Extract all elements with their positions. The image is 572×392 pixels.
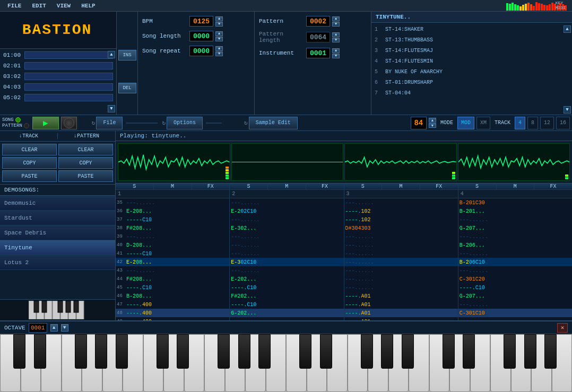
ch4-row-44[interactable]: C-301C20 — [458, 275, 572, 283]
pattern-display[interactable]: 0002 — [306, 16, 330, 27]
piano-black-key-14[interactable] — [402, 334, 414, 369]
position-scroll-up[interactable]: ▲ — [108, 51, 115, 58]
ch4-row-36[interactable]: B-201... — [458, 207, 572, 215]
ch4-fx-button[interactable]: FX — [534, 184, 572, 189]
ch1-row-39[interactable]: 39 ---...... — [116, 232, 229, 241]
track-4-button[interactable]: 4 — [515, 117, 525, 129]
song-list-item-6[interactable]: 6 ST-01:DRUMSHARP — [372, 77, 571, 88]
song-list-item-4[interactable]: 4 ST-14:FLUTESMIN — [372, 56, 571, 66]
ch3-row-42[interactable]: ---...... — [344, 258, 458, 266]
ch3-row-40[interactable]: ---...... — [344, 241, 458, 249]
piano-black-key-18[interactable] — [524, 334, 536, 369]
ch1-m-button[interactable]: M — [154, 184, 192, 189]
piano-black-key-19[interactable] — [544, 334, 557, 369]
file-button[interactable]: File — [96, 117, 123, 129]
ch2-row-37[interactable]: ---...... — [230, 215, 343, 224]
ch4-m-button[interactable]: M — [497, 184, 535, 189]
instrument-display[interactable]: 0001 — [306, 48, 330, 58]
menu-view[interactable]: VIEW — [51, 2, 76, 10]
song-repeat-up[interactable]: ▲ — [215, 46, 223, 51]
piano-black-key-9[interactable] — [258, 334, 271, 369]
track-16-button[interactable]: 16 — [556, 117, 570, 129]
pattern-radio[interactable] — [24, 123, 29, 128]
octave-down[interactable]: ▼ — [61, 324, 68, 332]
ch2-row-44[interactable]: E-202... — [230, 275, 343, 283]
bpm-down[interactable]: ▼ — [215, 22, 223, 27]
song-list-scroll-up[interactable]: ▲ — [564, 25, 571, 33]
track-number-down[interactable]: ▼ — [429, 123, 436, 128]
piano-black-key-7[interactable] — [218, 334, 230, 369]
ch1-row-43[interactable]: 43 ---...... — [116, 266, 229, 275]
menu-help[interactable]: HELP — [76, 2, 100, 10]
demo-song-demomusic[interactable]: Demomusic — [0, 196, 115, 211]
ch2-row-40[interactable]: ---...... — [230, 241, 343, 249]
song-repeat-down[interactable]: ▼ — [215, 51, 223, 56]
ch1-row-47[interactable]: 47 ----.400 — [116, 300, 229, 309]
pattern-length-up[interactable]: ▲ — [332, 32, 340, 37]
options-button[interactable]: Options — [167, 117, 203, 129]
play-button[interactable]: ▶ — [32, 117, 59, 129]
ch4-row-39[interactable]: ---...... — [458, 232, 572, 241]
del-button[interactable]: DEL — [118, 83, 136, 93]
ch3-row-35[interactable]: ---...... — [344, 198, 458, 207]
ins-button[interactable]: INS — [118, 50, 136, 60]
ch4-row-43[interactable]: ---...... — [458, 266, 572, 275]
ch3-row-45[interactable]: ---...... — [344, 283, 458, 292]
track-paste-button[interactable]: PASTE — [2, 170, 57, 182]
ch2-row-38[interactable]: E-302... — [230, 224, 343, 232]
position-row-3[interactable]: 03:02 — [2, 71, 114, 82]
piano-black-key-12[interactable] — [361, 334, 373, 369]
ch4-row-42[interactable]: B-206C10 — [458, 258, 572, 266]
song-list-scroll-down[interactable]: ▼ — [564, 106, 571, 114]
mode-xm-button[interactable]: XM — [476, 117, 490, 129]
ch4-row-35[interactable]: B-201C30 — [458, 198, 572, 207]
piano-black-key-10[interactable] — [299, 334, 311, 369]
ch1-row-36[interactable]: 36 E-208... — [116, 207, 229, 215]
piano-black-key-17[interactable] — [504, 334, 516, 369]
piano-black-key-8[interactable] — [238, 334, 250, 369]
ch1-fx-button[interactable]: FX — [192, 184, 230, 189]
ch3-s-button[interactable]: S — [344, 184, 383, 189]
stop-button[interactable] — [61, 117, 77, 129]
track-number-up[interactable]: ▲ — [429, 118, 436, 123]
demo-song-lotus2[interactable]: Lotus 2 — [0, 255, 115, 270]
piano-black-key-11[interactable] — [320, 334, 332, 369]
pattern-clear-button[interactable]: CLEAR — [58, 144, 113, 155]
position-row-1[interactable]: 01:00 — [2, 50, 114, 60]
ch4-row-48[interactable]: C-301C10 — [458, 309, 572, 317]
piano-black-key-3[interactable] — [95, 334, 107, 369]
ch2-s-button[interactable]: S — [230, 184, 268, 189]
song-radio[interactable] — [15, 117, 21, 123]
ch1-row-35[interactable]: 35 ---...... — [116, 198, 229, 207]
menu-edit[interactable]: EDIT — [27, 2, 51, 10]
ch3-m-button[interactable]: M — [382, 184, 420, 189]
piano-black-key-2[interactable] — [75, 334, 87, 369]
ch1-row-41[interactable]: 41 -----C10 — [116, 249, 229, 258]
ch1-row-42[interactable]: 42 E-208... — [116, 258, 229, 266]
ch2-row-39[interactable]: ---...... — [230, 232, 343, 241]
ch1-row-38[interactable]: 38 F#208... — [116, 224, 229, 232]
ch1-row-40[interactable]: 40 D-208... — [116, 241, 229, 249]
ch2-row-35[interactable]: ---...... — [230, 198, 343, 207]
ch4-row-38[interactable]: G-207... — [458, 224, 572, 232]
ch2-m-button[interactable]: M — [268, 184, 306, 189]
ch2-row-45[interactable]: ----.C10 — [230, 283, 343, 292]
song-list-item-7[interactable]: 7 ST-04:04 — [372, 88, 571, 98]
piano-black-key-16[interactable] — [463, 334, 475, 369]
piano-black-key-1[interactable] — [34, 334, 46, 369]
song-length-down[interactable]: ▼ — [215, 37, 223, 41]
octave-up[interactable]: ▲ — [50, 324, 58, 332]
song-list-item-2[interactable]: 2 ST-13:THUMBBASS — [372, 34, 571, 45]
demo-song-tinytune[interactable]: Tinytune — [0, 240, 115, 255]
ch3-row-43[interactable]: ---...... — [344, 266, 458, 275]
piano-black-key-15[interactable] — [443, 334, 455, 369]
ch4-row-47[interactable]: ---...... — [458, 300, 572, 309]
ch4-row-45[interactable]: ----.C10 — [458, 283, 572, 292]
track-12-button[interactable]: 12 — [540, 117, 554, 129]
ch1-row-48[interactable]: 48 ----.400 — [116, 309, 229, 317]
ch2-row-42[interactable]: E-302C10 — [230, 258, 343, 266]
pattern-copy-button[interactable]: COPY — [58, 157, 113, 169]
ch4-row-41[interactable]: ---...... — [458, 249, 572, 258]
track-8-button[interactable]: 8 — [527, 117, 538, 129]
ch2-row-48[interactable]: G-202... — [230, 309, 343, 317]
